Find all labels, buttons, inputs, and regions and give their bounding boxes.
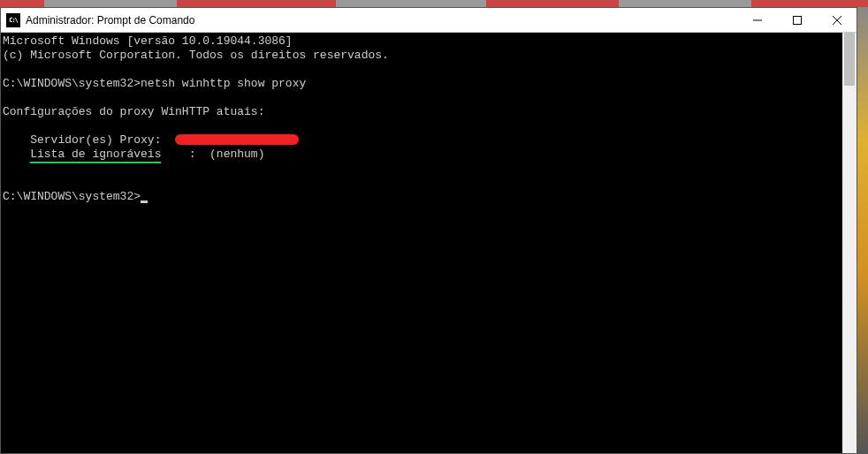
svg-rect-1: [793, 16, 801, 24]
close-button[interactable]: [817, 8, 857, 32]
cursor-icon: [141, 201, 148, 203]
bypass-list-line: Lista de ignoráveis : (nenhum): [3, 148, 842, 162]
scrollbar-thumb[interactable]: [844, 33, 855, 86]
window-controls: [737, 8, 857, 32]
blank-line: [3, 119, 842, 133]
cmd-icon: C:\: [6, 13, 20, 27]
window-titlebar[interactable]: C:\ Administrador: Prompt de Comando: [1, 8, 857, 33]
window-title: Administrador: Prompt de Comando: [26, 14, 737, 26]
command-text: netsh winhttp show proxy: [141, 77, 306, 90]
config-header: Configurações do proxy WinHTTP atuais:: [3, 105, 842, 119]
bypass-label: Lista de ignoráveis: [30, 148, 161, 163]
blank-line: [3, 162, 842, 176]
command-prompt-window: C:\ Administrador: Prompt de Comando Mic…: [0, 7, 857, 454]
bypass-indent: [3, 148, 30, 161]
background-window-edge: [857, 7, 868, 454]
vertical-scrollbar[interactable]: [842, 33, 857, 453]
prompt-path: C:\WINDOWS\system32>: [3, 190, 141, 203]
maximize-button[interactable]: [777, 8, 817, 32]
bypass-value: : (nenhum): [161, 148, 264, 161]
copyright-line: (c) Microsoft Corporation. Todos os dire…: [3, 49, 842, 63]
command-line-1: C:\WINDOWS\system32>netsh winhttp show p…: [3, 77, 842, 91]
minimize-button[interactable]: [737, 8, 777, 32]
blank-line: [3, 63, 842, 77]
terminal-area: Microsoft Windows [versão 10.0.19044.308…: [1, 33, 857, 453]
proxy-label: Servidor(es) Proxy:: [3, 133, 175, 147]
background-browser-tabs: [0, 0, 868, 7]
proxy-server-line: Servidor(es) Proxy:: [3, 133, 842, 148]
prompt-line-2: C:\WINDOWS\system32>: [3, 190, 842, 204]
terminal-output[interactable]: Microsoft Windows [versão 10.0.19044.308…: [1, 33, 842, 453]
blank-line: [3, 91, 842, 105]
version-line: Microsoft Windows [versão 10.0.19044.308…: [3, 34, 842, 49]
redacted-proxy-value: [175, 134, 299, 145]
blank-line: [3, 176, 842, 190]
prompt-path: C:\WINDOWS\system32>: [3, 77, 141, 90]
